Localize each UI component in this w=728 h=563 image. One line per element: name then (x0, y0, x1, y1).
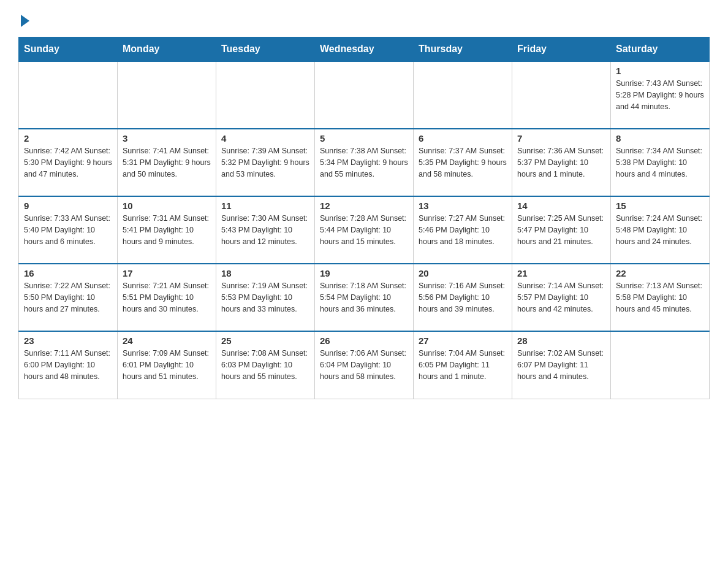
calendar-cell: 20Sunrise: 7:16 AM Sunset: 5:56 PM Dayli… (414, 264, 512, 331)
day-info: Sunrise: 7:38 AM Sunset: 5:34 PM Dayligh… (320, 145, 408, 180)
calendar-cell: 6Sunrise: 7:37 AM Sunset: 5:35 PM Daylig… (414, 129, 512, 196)
day-number: 5 (320, 133, 408, 144)
day-number: 7 (517, 133, 605, 144)
calendar-cell: 19Sunrise: 7:18 AM Sunset: 5:54 PM Dayli… (315, 264, 414, 331)
day-number: 23 (24, 335, 112, 346)
day-number: 8 (616, 133, 704, 144)
day-number: 27 (419, 335, 507, 346)
calendar-cell: 5Sunrise: 7:38 AM Sunset: 5:34 PM Daylig… (315, 129, 414, 196)
calendar-cell (19, 61, 118, 129)
day-info: Sunrise: 7:09 AM Sunset: 6:01 PM Dayligh… (123, 348, 211, 382)
calendar-cell: 14Sunrise: 7:25 AM Sunset: 5:47 PM Dayli… (512, 196, 611, 264)
calendar-cell: 9Sunrise: 7:33 AM Sunset: 5:40 PM Daylig… (19, 196, 118, 264)
day-info: Sunrise: 7:02 AM Sunset: 6:07 PM Dayligh… (517, 348, 605, 382)
day-info: Sunrise: 7:31 AM Sunset: 5:41 PM Dayligh… (123, 213, 211, 247)
day-info: Sunrise: 7:18 AM Sunset: 5:54 PM Dayligh… (320, 280, 408, 315)
column-header-wednesday: Wednesday (315, 37, 414, 62)
calendar-week-row: 16Sunrise: 7:22 AM Sunset: 5:50 PM Dayli… (19, 264, 710, 331)
day-number: 16 (24, 268, 112, 278)
calendar-cell: 27Sunrise: 7:04 AM Sunset: 6:05 PM Dayli… (414, 331, 512, 399)
day-number: 4 (221, 133, 309, 144)
calendar-cell (512, 61, 611, 129)
logo-top (18, 12, 29, 27)
day-info: Sunrise: 7:24 AM Sunset: 5:48 PM Dayligh… (616, 213, 704, 247)
day-info: Sunrise: 7:13 AM Sunset: 5:58 PM Dayligh… (616, 280, 704, 315)
column-header-monday: Monday (118, 37, 216, 62)
calendar-cell: 13Sunrise: 7:27 AM Sunset: 5:46 PM Dayli… (414, 196, 512, 264)
day-number: 14 (517, 201, 605, 211)
calendar-cell (611, 331, 710, 399)
calendar-cell: 21Sunrise: 7:14 AM Sunset: 5:57 PM Dayli… (512, 264, 611, 331)
calendar-cell: 26Sunrise: 7:06 AM Sunset: 6:04 PM Dayli… (315, 331, 414, 399)
calendar-cell: 17Sunrise: 7:21 AM Sunset: 5:51 PM Dayli… (118, 264, 216, 331)
day-number: 24 (123, 335, 211, 346)
day-number: 12 (320, 201, 408, 211)
day-number: 25 (221, 335, 309, 346)
calendar-cell: 3Sunrise: 7:41 AM Sunset: 5:31 PM Daylig… (118, 129, 216, 196)
logo-arrow-icon (21, 15, 29, 27)
day-info: Sunrise: 7:43 AM Sunset: 5:28 PM Dayligh… (616, 78, 704, 112)
calendar-cell: 15Sunrise: 7:24 AM Sunset: 5:48 PM Dayli… (611, 196, 710, 264)
calendar-cell: 7Sunrise: 7:36 AM Sunset: 5:37 PM Daylig… (512, 129, 611, 196)
day-info: Sunrise: 7:14 AM Sunset: 5:57 PM Dayligh… (517, 280, 605, 315)
column-header-friday: Friday (512, 37, 611, 62)
calendar-cell: 12Sunrise: 7:28 AM Sunset: 5:44 PM Dayli… (315, 196, 414, 264)
calendar-cell: 1Sunrise: 7:43 AM Sunset: 5:28 PM Daylig… (611, 61, 710, 129)
day-info: Sunrise: 7:33 AM Sunset: 5:40 PM Dayligh… (24, 213, 112, 247)
day-info: Sunrise: 7:25 AM Sunset: 5:47 PM Dayligh… (517, 213, 605, 247)
day-info: Sunrise: 7:06 AM Sunset: 6:04 PM Dayligh… (320, 348, 408, 382)
day-number: 3 (123, 133, 211, 144)
day-info: Sunrise: 7:34 AM Sunset: 5:38 PM Dayligh… (616, 145, 704, 180)
calendar-week-row: 9Sunrise: 7:33 AM Sunset: 5:40 PM Daylig… (19, 196, 710, 264)
calendar-cell: 22Sunrise: 7:13 AM Sunset: 5:58 PM Dayli… (611, 264, 710, 331)
day-info: Sunrise: 7:30 AM Sunset: 5:43 PM Dayligh… (221, 213, 309, 247)
day-info: Sunrise: 7:11 AM Sunset: 6:00 PM Dayligh… (24, 348, 112, 382)
calendar-cell (118, 61, 216, 129)
calendar-cell: 24Sunrise: 7:09 AM Sunset: 6:01 PM Dayli… (118, 331, 216, 399)
day-number: 6 (419, 133, 507, 144)
day-info: Sunrise: 7:19 AM Sunset: 5:53 PM Dayligh… (221, 280, 309, 315)
calendar-table: SundayMondayTuesdayWednesdayThursdayFrid… (18, 37, 710, 399)
day-info: Sunrise: 7:36 AM Sunset: 5:37 PM Dayligh… (517, 145, 605, 180)
calendar-cell: 8Sunrise: 7:34 AM Sunset: 5:38 PM Daylig… (611, 129, 710, 196)
day-number: 9 (24, 201, 112, 211)
column-header-tuesday: Tuesday (216, 37, 315, 62)
column-header-thursday: Thursday (414, 37, 512, 62)
day-number: 2 (24, 133, 112, 144)
day-info: Sunrise: 7:42 AM Sunset: 5:30 PM Dayligh… (24, 145, 112, 180)
calendar-cell: 28Sunrise: 7:02 AM Sunset: 6:07 PM Dayli… (512, 331, 611, 399)
calendar-cell: 10Sunrise: 7:31 AM Sunset: 5:41 PM Dayli… (118, 196, 216, 264)
calendar-week-row: 1Sunrise: 7:43 AM Sunset: 5:28 PM Daylig… (19, 61, 710, 129)
day-info: Sunrise: 7:41 AM Sunset: 5:31 PM Dayligh… (123, 145, 211, 180)
column-header-sunday: Sunday (19, 37, 118, 62)
day-number: 18 (221, 268, 309, 278)
calendar-week-row: 23Sunrise: 7:11 AM Sunset: 6:00 PM Dayli… (19, 331, 710, 399)
day-number: 10 (123, 201, 211, 211)
day-info: Sunrise: 7:04 AM Sunset: 6:05 PM Dayligh… (419, 348, 507, 382)
calendar-week-row: 2Sunrise: 7:42 AM Sunset: 5:30 PM Daylig… (19, 129, 710, 196)
logo (18, 12, 29, 25)
day-number: 20 (419, 268, 507, 278)
calendar-header-row: SundayMondayTuesdayWednesdayThursdayFrid… (19, 37, 710, 62)
calendar-cell: 25Sunrise: 7:08 AM Sunset: 6:03 PM Dayli… (216, 331, 315, 399)
calendar-cell: 18Sunrise: 7:19 AM Sunset: 5:53 PM Dayli… (216, 264, 315, 331)
day-number: 22 (616, 268, 704, 278)
calendar-cell (414, 61, 512, 129)
day-info: Sunrise: 7:28 AM Sunset: 5:44 PM Dayligh… (320, 213, 408, 247)
calendar-cell (216, 61, 315, 129)
calendar-cell: 2Sunrise: 7:42 AM Sunset: 5:30 PM Daylig… (19, 129, 118, 196)
calendar-cell: 16Sunrise: 7:22 AM Sunset: 5:50 PM Dayli… (19, 264, 118, 331)
day-number: 11 (221, 201, 309, 211)
day-number: 21 (517, 268, 605, 278)
calendar-cell: 23Sunrise: 7:11 AM Sunset: 6:00 PM Dayli… (19, 331, 118, 399)
day-number: 13 (419, 201, 507, 211)
calendar-cell (315, 61, 414, 129)
page-header (18, 12, 710, 25)
day-info: Sunrise: 7:16 AM Sunset: 5:56 PM Dayligh… (419, 280, 507, 315)
day-number: 15 (616, 201, 704, 211)
day-info: Sunrise: 7:27 AM Sunset: 5:46 PM Dayligh… (419, 213, 507, 247)
calendar-cell: 11Sunrise: 7:30 AM Sunset: 5:43 PM Dayli… (216, 196, 315, 264)
day-info: Sunrise: 7:39 AM Sunset: 5:32 PM Dayligh… (221, 145, 309, 180)
day-number: 1 (616, 66, 704, 76)
calendar-cell: 4Sunrise: 7:39 AM Sunset: 5:32 PM Daylig… (216, 129, 315, 196)
